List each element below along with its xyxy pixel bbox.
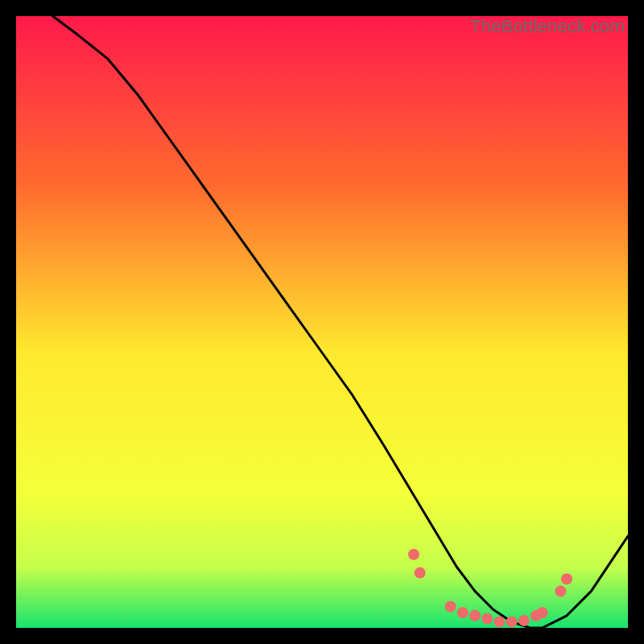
highlight-dot: [555, 585, 566, 597]
highlight-dot: [457, 607, 469, 618]
highlight-dot: [493, 616, 505, 627]
highlight-dot: [469, 610, 481, 621]
highlight-dot: [415, 568, 426, 579]
chart-svg: [16, 16, 628, 628]
highlight-dot: [481, 613, 493, 625]
chart-frame: TheBottleneck.com: [16, 16, 628, 628]
highlight-dot: [408, 549, 419, 560]
gradient-background: [16, 16, 628, 628]
watermark-text: TheBottleneck.com: [470, 16, 625, 37]
highlight-dot: [518, 615, 530, 626]
highlight-dot: [445, 601, 456, 612]
highlight-dot: [537, 607, 548, 618]
highlight-dot: [506, 616, 518, 627]
highlight-dot: [561, 573, 572, 584]
